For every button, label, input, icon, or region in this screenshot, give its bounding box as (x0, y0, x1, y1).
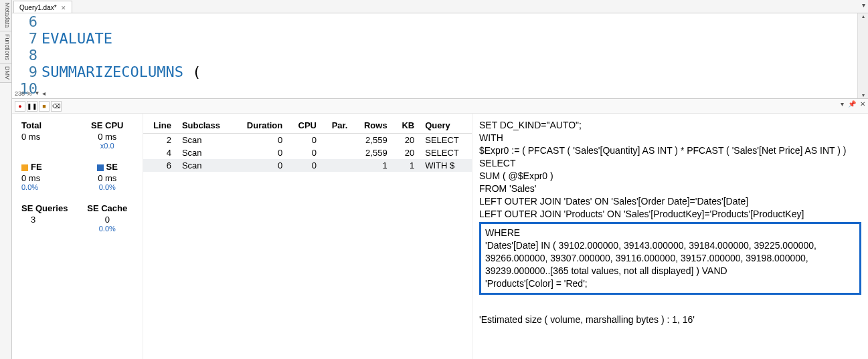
table-cell: 2 (143, 134, 177, 147)
where-highlight-box: WHERE 'Dates'[Date] IN ( 39102.000000, 3… (479, 222, 861, 295)
table-cell: 0 (234, 134, 288, 147)
table-header-row: Line Subclass Duration CPU Par. Rows KB … (143, 118, 472, 134)
stop-button[interactable]: ■ (39, 101, 50, 112)
code-token: ( (192, 64, 201, 80)
table-cell (322, 134, 353, 147)
sql-line: SUM ( @$Expr0 ) (479, 170, 861, 183)
table-cell: 2,559 (353, 146, 392, 159)
line-number: 6 (12, 13, 37, 30)
metric-se-value: 0 ms (79, 173, 137, 183)
file-tab-label: Query1.dax* (19, 4, 57, 11)
file-tab[interactable]: Query1.dax* ✕ (13, 1, 72, 13)
pin-icon[interactable]: 📌 (848, 100, 856, 108)
tab-functions[interactable]: Functions (0, 31, 11, 64)
table-cell: 1 (393, 159, 420, 172)
table-cell: WITH $ (420, 159, 472, 172)
metric-se-header: SE (79, 162, 137, 172)
scroll-down-icon[interactable]: ▾ (862, 92, 865, 98)
table-cell: Scan (177, 146, 234, 159)
code-editor[interactable]: 6 7 8 9 10 EVALUATE SUMMARIZECOLUMNS ( _… (12, 13, 868, 99)
close-icon[interactable]: ✕ (860, 100, 865, 108)
close-icon[interactable]: ✕ (61, 5, 66, 11)
side-tabs: Metadata Functions DMV (0, 0, 12, 359)
metric-total-value: 0 ms (21, 132, 79, 142)
zoom-indicator[interactable]: 238 % ▼ ◂ (15, 90, 46, 97)
tab-metadata[interactable]: Metadata (0, 0, 11, 31)
tabbar: Query1.dax* ✕ ▾ (12, 0, 868, 13)
table-cell: 6 (143, 159, 177, 172)
table-cell: 20 (393, 146, 420, 159)
table-row[interactable]: 6Scan0011WITH $ (143, 159, 472, 172)
sql-line: 'Dates'[Date] IN ( 39102.000000, 39143.0… (485, 239, 855, 277)
query-text-area[interactable]: SET DC_KIND="AUTO"; WITH $Expr0 := ( PFC… (472, 114, 868, 359)
events-table-area: Line Subclass Duration CPU Par. Rows KB … (143, 114, 472, 359)
table-cell: 0 (288, 134, 322, 147)
table-cell (322, 159, 353, 172)
fe-swatch (21, 164, 28, 171)
col-rows[interactable]: Rows (353, 118, 392, 134)
metric-secpu-mult: x0.0 (79, 142, 137, 150)
sql-line: FROM 'Sales' (479, 183, 861, 195)
table-cell: 0 (288, 146, 322, 159)
table-cell: SELECT (420, 146, 472, 159)
col-duration[interactable]: Duration (234, 118, 288, 134)
sql-line: LEFT OUTER JOIN 'Dates' ON 'Sales'[Order… (479, 195, 861, 208)
chevron-down-icon[interactable]: ▾ (841, 100, 844, 108)
scroll-up-icon[interactable]: ▴ (862, 13, 865, 19)
chevron-down-icon: ▼ (35, 90, 40, 96)
metric-seq-value: 3 (21, 215, 79, 225)
col-line[interactable]: Line (143, 118, 177, 134)
table-cell (322, 146, 353, 159)
estimated-size: 'Estimated size ( volume, marshalling by… (479, 314, 861, 326)
col-subclass[interactable]: Subclass (177, 118, 234, 134)
code-token: SUMMARIZECOLUMNS (41, 64, 192, 80)
line-number: 8 (12, 47, 37, 64)
metric-total-header: Total (21, 120, 79, 130)
sql-line: WHERE (485, 227, 855, 239)
table-cell: 0 (288, 159, 322, 172)
table-cell: 4 (143, 146, 177, 159)
metric-se-pct: 0.0% (79, 183, 137, 191)
table-cell: Scan (177, 159, 234, 172)
sql-line: 'Products'[Color] = 'Red'; (485, 277, 855, 290)
sql-line: $Expr0 := ( PFCAST ( 'Sales'[Quantity] A… (479, 144, 861, 157)
metric-fe-header: FE (21, 162, 79, 172)
col-query[interactable]: Query (420, 118, 472, 134)
col-kb[interactable]: KB (393, 118, 420, 134)
record-button[interactable]: ● (15, 101, 25, 112)
metric-sec-pct: 0.0% (79, 225, 137, 233)
se-swatch (97, 164, 104, 171)
col-cpu[interactable]: CPU (288, 118, 322, 134)
table-cell: 1 (353, 159, 392, 172)
table-cell: 2,559 (353, 134, 392, 147)
table-row[interactable]: 2Scan002,55920SELECT (143, 134, 472, 147)
line-number: 9 (12, 64, 37, 80)
table-cell: 20 (393, 134, 420, 147)
metric-fe-pct: 0.0% (21, 183, 79, 191)
pause-button[interactable]: ❚❚ (27, 101, 37, 112)
results-toolbar: ● ❚❚ ■ ⌫ ▾ 📌 ✕ (12, 99, 868, 114)
editor-scrollbar[interactable]: ▴ ▾ (857, 13, 868, 98)
sql-line: LEFT OUTER JOIN 'Products' ON 'Sales'[Pr… (479, 208, 861, 221)
table-row[interactable]: 4Scan002,55920SELECT (143, 146, 472, 159)
sql-line: SELECT (479, 157, 861, 170)
clear-button[interactable]: ⌫ (51, 101, 62, 112)
line-gutter: 6 7 8 9 10 (12, 13, 41, 98)
table-cell: SELECT (420, 134, 472, 147)
events-table: Line Subclass Duration CPU Par. Rows KB … (143, 118, 472, 172)
col-par[interactable]: Par. (322, 118, 353, 134)
metric-secpu-header: SE CPU (79, 120, 137, 130)
table-cell: 0 (234, 159, 288, 172)
tab-dmv[interactable]: DMV (0, 64, 11, 83)
zoom-value: 238 % (15, 90, 32, 97)
metric-fe-value: 0 ms (21, 173, 79, 183)
metric-sec-header: SE Cache (79, 203, 137, 213)
sql-line: WITH (479, 132, 861, 144)
collapse-icon[interactable]: ◂ (42, 90, 46, 97)
metric-secpu-value: 0 ms (79, 132, 137, 142)
tabbar-menu-icon[interactable]: ▾ (862, 1, 865, 9)
table-cell: 0 (234, 146, 288, 159)
sql-line: SET DC_KIND="AUTO"; (479, 119, 861, 132)
metric-sec-value: 0 (79, 215, 137, 225)
table-cell: Scan (177, 134, 234, 147)
